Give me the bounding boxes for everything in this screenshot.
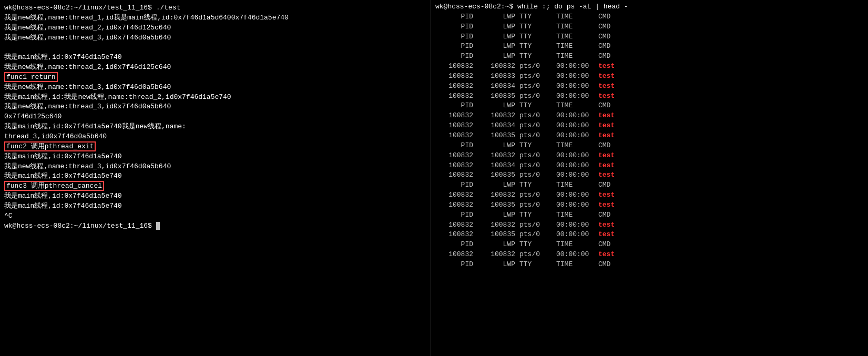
right-prompt: wk@hcss-ecs-08c2:~$ while :; do ps -aL |…: [435, 2, 864, 12]
terminal-line: wk@hcss-ecs-08c2:~/linux/test_11_16$ ./t…: [4, 3, 426, 13]
table-data-row: 100832100832pts/000:00:00test: [435, 62, 864, 72]
table-data-row: 100832100832pts/000:00:00test: [435, 250, 864, 260]
terminal-line: 我是main线程,id:0x7f46d1a5e740: [4, 201, 426, 211]
right-terminal: wk@hcss-ecs-08c2:~$ while :; do ps -aL |…: [431, 0, 868, 356]
table-data-row: 100832100835pts/000:00:00test: [435, 131, 864, 141]
table-header-row: PID LWPTTYTIMECMD: [435, 12, 864, 22]
table-data-row: 100832100834pts/000:00:00test: [435, 82, 864, 91]
table-header-row: PID LWPTTYTIMECMD: [435, 210, 864, 220]
table-data-row: 100832100835pts/000:00:00test: [435, 170, 864, 180]
table-data-row: 100832100832pts/000:00:00test: [435, 151, 864, 161]
table-data-row: 100832100833pts/000:00:00test: [435, 72, 864, 82]
table-header-row: PID LWPTTYTIMECMD: [435, 180, 864, 190]
table-data-row: 100832100834pts/000:00:00test: [435, 161, 864, 171]
terminal-line: 我是main线程,id:0x7f46d1a5e740: [4, 171, 426, 181]
left-terminal: wk@hcss-ecs-08c2:~/linux/test_11_16$ ./t…: [0, 0, 431, 356]
table-header-row: PID LWPTTYTIMECMD: [435, 141, 864, 151]
table-data-row: 100832100834pts/000:00:00test: [435, 121, 864, 131]
terminal-line: [4, 43, 426, 53]
terminal-line: func3 调用pthread_cancel: [4, 181, 426, 191]
table-header-row: PID LWPTTYTIMECMD: [435, 101, 864, 111]
table-header-row: PID LWPTTYTIMECMD: [435, 32, 864, 42]
terminal-line: 我是new线程,name:thread_2,id0x7f46d125c640: [4, 63, 426, 73]
terminal-line: func1 return: [4, 73, 426, 83]
terminal-line: 0x7f46d125c640: [4, 112, 426, 122]
terminal-line: 我是main线程,id:0x7f46d1a5e740: [4, 53, 426, 63]
terminal-line: 我是main线程,id:我是new线程,name:thread_2,id0x7f…: [4, 93, 426, 103]
table-header-row: PID LWPTTYTIMECMD: [435, 260, 864, 270]
terminal-line: 我是new线程,name:thread_2,id0x7f46d125c640: [4, 23, 426, 33]
terminal-line: 我是new线程,name:thread_3,id0x7f46d0a5b640: [4, 83, 426, 93]
table-data-row: 100832100832pts/000:00:00test: [435, 111, 864, 121]
terminal-line: 我是new线程,name:thread_3,id0x7f46d0a5b640: [4, 102, 426, 112]
terminal-line: 我是new线程,name:thread_3,id0x7f46d0a5b640: [4, 33, 426, 43]
terminal-line: func2 调用pthread_exit: [4, 142, 426, 152]
terminal-line: 我是main线程,id:0x7f46d1a5e740我是new线程,name:: [4, 122, 426, 132]
terminal-line: 我是main线程,id:0x7f46d1a5e740: [4, 152, 426, 162]
table-data-row: 100832100832pts/000:00:00test: [435, 190, 864, 200]
table-header-row: PID LWPTTYTIMECMD: [435, 240, 864, 250]
table-data-row: 100832100835pts/000:00:00test: [435, 230, 864, 240]
terminal-line: 我是new线程,name:thread_3,id0x7f46d0a5b640: [4, 162, 426, 172]
terminal-line: 我是new线程,name:thread_1,id我是main线程,id:0x7f…: [4, 13, 426, 23]
table-data-row: 100832100832pts/000:00:00test: [435, 220, 864, 230]
table-header-row: PID LWPTTYTIMECMD: [435, 42, 864, 52]
terminal-line: wk@hcss-ecs-08c2:~/linux/test_11_16$: [4, 221, 426, 231]
table-data-row: 100832100835pts/000:00:00test: [435, 91, 864, 101]
table-header-row: PID LWPTTYTIMECMD: [435, 52, 864, 62]
table-data-row: 100832100835pts/000:00:00test: [435, 200, 864, 210]
terminal-line: ^C: [4, 211, 426, 221]
terminal-line: thread_3,id0x7f46d0a5b640: [4, 132, 426, 142]
table-header-row: PID LWPTTYTIMECMD: [435, 22, 864, 32]
terminal-line: 我是main线程,id:0x7f46d1a5e740: [4, 191, 426, 201]
